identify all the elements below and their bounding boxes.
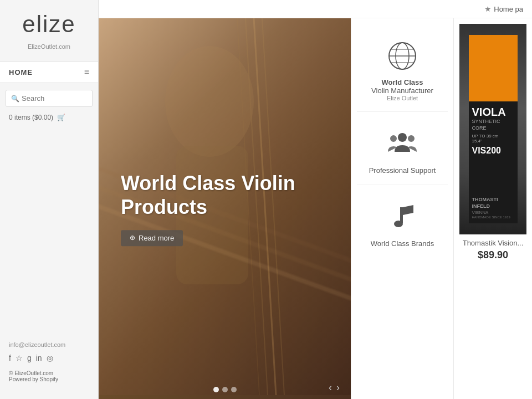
product-price: $89.90 [478,249,508,261]
sidebar-bottom: info@elizeoutlet.com f ☆ g in ◎ © ElizeO… [0,336,98,388]
site-logo: elize [22,11,75,38]
product-panel: VIOLA SYNTHETICCORE UP TO 39 cm15.4" VIS… [453,18,532,399]
slider-controls [99,387,351,392]
svg-point-14 [408,135,415,142]
search-icon: 🔍 [11,95,19,103]
sidebar: elize ElizeOutlet.com HOME ≡ 🔍 0 items (… [0,0,99,399]
features-column: World Class Violin Manufacturer Elize Ou… [351,18,453,399]
instagram-icon[interactable]: ◎ [47,354,53,362]
hero-slider: World Class Violin Products ⊕ Read more … [99,18,351,399]
hero-text-block: World Class Violin Products ⊕ Read more [121,171,295,246]
svg-point-12 [398,133,407,142]
svg-point-13 [390,135,397,142]
viola-text-area: VIOLA SYNTHETICCORE UP TO 39 cm15.4" VIS… [469,101,518,193]
contact-email: info@elizeoutlet.com [9,341,89,348]
social-icons: f ☆ g in ◎ [9,354,89,362]
slider-dot-1[interactable] [213,387,219,392]
product-name: Thomastik Vision... [463,239,524,247]
feature-professional-support: Professional Support [357,117,448,185]
prev-arrow[interactable]: ‹ [329,382,332,393]
cart-icon[interactable]: 🛒 [57,114,65,121]
content-area: World Class Violin Products ⊕ Read more … [99,18,532,399]
product-card: VIOLA SYNTHETICCORE UP TO 39 cm15.4" VIS… [454,18,532,267]
hero-title: World Class Violin Products [121,171,295,219]
hamburger-icon: ≡ [84,67,89,77]
slider-arrows: ‹ › [329,382,340,393]
pinterest-icon[interactable]: ☆ [16,354,23,362]
feature-world-class-title: World Class Violin Manufacturer [371,78,433,95]
home-page-link[interactable]: ★ Home pa [484,4,523,13]
feature-world-class: World Class Violin Manufacturer Elize Ou… [357,29,448,112]
googleplus-icon[interactable]: g [27,354,32,362]
globe-icon [386,39,419,73]
cart-total: ($0.00) [32,114,53,121]
viola-brand-name: THOMASTI [472,197,514,203]
site-url: ElizeOutlet.com [28,43,70,50]
viola-product-box: VIOLA SYNTHETICCORE UP TO 39 cm15.4" VIS… [469,35,518,223]
facebook-icon[interactable]: f [9,354,11,362]
feature-world-class-sub: Elize Outlet [387,95,418,101]
team-icon [386,127,419,161]
hero-image: World Class Violin Products ⊕ Read more [99,18,351,399]
viola-product-name: VIOLA [472,106,514,119]
circle-icon: ⊕ [130,234,135,242]
search-wrapper: 🔍 [0,90,98,107]
feature-brands-title: World Class Brands [371,239,434,248]
viola-brand-area: THOMASTI INFELD VIENNA HANDMADE SINCE 19… [469,193,518,223]
nav-home-label: HOME [9,68,33,76]
viola-synthetic-label: SYNTHETICCORE [472,119,514,131]
feature-support-title: Professional Support [369,166,436,175]
linkedin-icon[interactable]: in [36,354,42,362]
music-icon [386,201,419,234]
viola-orange-top [469,35,518,101]
cart-items-count: 0 items [9,114,30,121]
viola-size-label: UP TO 39 cm15.4" [472,134,514,144]
powered-by-shopify: Powered by Shopify [9,376,89,382]
slider-dot-2[interactable] [222,387,228,392]
svg-point-16 [394,221,403,227]
nav-home-item[interactable]: HOME ≡ [0,61,98,83]
star-icon: ★ [484,4,492,13]
copyright: © ElizeOutlet.com [9,370,89,376]
svg-rect-15 [400,207,403,223]
cart-area: 0 items ($0.00) 🛒 [0,107,98,128]
main-content: ★ Home pa [99,0,532,399]
home-page-label: Home pa [494,5,523,13]
product-image: VIOLA SYNTHETICCORE UP TO 39 cm15.4" VIS… [459,24,526,234]
slider-dot-3[interactable] [231,387,237,392]
top-nav: ★ Home pa [99,0,532,18]
next-arrow[interactable]: › [336,382,340,393]
viola-model-number: VIS200 [472,146,514,156]
read-more-button[interactable]: ⊕ Read more [121,230,183,246]
svg-point-5 [165,46,254,157]
feature-world-class-brands: World Class Brands [357,191,448,258]
